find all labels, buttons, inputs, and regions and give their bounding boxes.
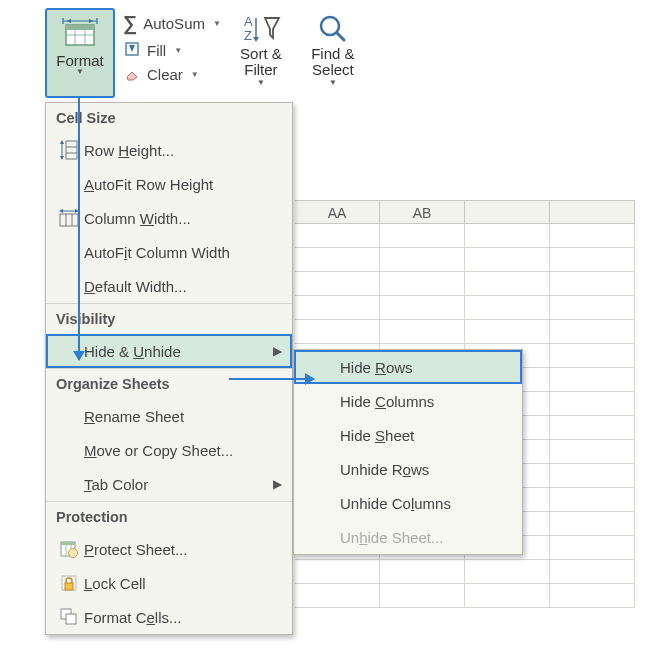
- clear-label: Clear: [147, 66, 183, 83]
- submenu-unhide-sheet-label: Unhide Sheet...: [340, 529, 512, 546]
- submenu-hide-sheet[interactable]: Hide Sheet: [294, 418, 522, 452]
- section-organize-sheets: Organize Sheets: [46, 368, 292, 399]
- menu-lock-cell[interactable]: Lock Cell: [46, 566, 292, 600]
- chevron-down-icon: ▼: [174, 46, 182, 55]
- column-header-ab[interactable]: AB: [380, 201, 465, 223]
- ribbon-mini-group: ∑ AutoSum ▼ Fill ▼ Clear ▼: [123, 8, 221, 98]
- find-select-label: Find &Select: [311, 46, 354, 78]
- fill-label: Fill: [147, 42, 166, 59]
- submenu-hide-columns-label: Hide Columns: [340, 393, 512, 410]
- svg-rect-29: [61, 542, 75, 545]
- menu-autofit-column-width-label: AutoFit Column Width: [84, 244, 282, 261]
- hide-unhide-submenu: Hide Rows Hide Columns Hide Sheet Unhide…: [293, 349, 523, 555]
- column-header-aa[interactable]: AA: [295, 201, 380, 223]
- menu-tab-color[interactable]: Tab Color ▶: [46, 467, 292, 501]
- menu-move-copy-sheet-label: Move or Copy Sheet...: [84, 442, 282, 459]
- svg-marker-5: [67, 19, 71, 23]
- sigma-icon: ∑: [123, 12, 137, 35]
- menu-row-height[interactable]: Row Height...: [46, 133, 292, 167]
- submenu-hide-rows-label: Hide Rows: [340, 359, 512, 376]
- svg-marker-20: [60, 140, 64, 144]
- submenu-arrow-icon: ▶: [273, 477, 282, 491]
- menu-autofit-row-height[interactable]: AutoFit Row Height: [46, 167, 292, 201]
- sort-filter-icon: A Z: [241, 12, 281, 46]
- chevron-down-icon: ▼: [191, 70, 199, 79]
- section-cell-size: Cell Size: [46, 103, 292, 133]
- svg-rect-16: [66, 141, 77, 159]
- magnifier-icon: [313, 12, 353, 46]
- protect-sheet-icon: [54, 539, 84, 559]
- svg-marker-26: [59, 209, 63, 213]
- column-headers[interactable]: AA AB: [295, 200, 635, 224]
- menu-tab-color-label: Tab Color: [84, 476, 273, 493]
- submenu-unhide-rows-label: Unhide Rows: [340, 461, 512, 478]
- lock-icon: [54, 573, 84, 593]
- annotation-arrow-down: [78, 98, 80, 360]
- submenu-hide-columns[interactable]: Hide Columns: [294, 384, 522, 418]
- format-dropdown-menu: Cell Size Row Height... AutoFit Row Heig…: [45, 102, 293, 635]
- svg-marker-21: [60, 156, 64, 160]
- section-visibility: Visibility: [46, 303, 292, 334]
- column-header[interactable]: [465, 201, 550, 223]
- submenu-arrow-icon: ▶: [273, 344, 282, 358]
- submenu-hide-sheet-label: Hide Sheet: [340, 427, 512, 444]
- svg-text:A: A: [244, 14, 253, 29]
- svg-marker-8: [129, 45, 135, 52]
- svg-rect-36: [66, 614, 76, 624]
- menu-protect-sheet[interactable]: Protect Sheet...: [46, 532, 292, 566]
- menu-rename-sheet[interactable]: Rename Sheet: [46, 399, 292, 433]
- menu-rename-sheet-label: Rename Sheet: [84, 408, 282, 425]
- format-icon: [60, 16, 100, 50]
- fill-icon: [123, 41, 141, 59]
- svg-text:Z: Z: [244, 28, 252, 43]
- menu-move-copy-sheet[interactable]: Move or Copy Sheet...: [46, 433, 292, 467]
- format-cells-icon: [54, 607, 84, 627]
- autosum-button[interactable]: ∑ AutoSum ▼: [123, 12, 221, 35]
- svg-rect-1: [66, 25, 94, 30]
- section-protection: Protection: [46, 501, 292, 532]
- svg-marker-9: [127, 72, 137, 80]
- chevron-down-icon: ▼: [257, 78, 265, 87]
- format-button[interactable]: Format ▼: [45, 8, 115, 98]
- menu-autofit-column-width[interactable]: AutoFit Column Width: [46, 235, 292, 269]
- menu-default-width-label: Default Width...: [84, 278, 282, 295]
- submenu-hide-rows[interactable]: Hide Rows: [294, 350, 522, 384]
- clear-button[interactable]: Clear ▼: [123, 65, 221, 83]
- menu-format-cells-label: Format Cells...: [84, 609, 282, 626]
- ribbon-editing-group: Format ▼ ∑ AutoSum ▼ Fill ▼ Clear ▼ A: [45, 8, 365, 98]
- menu-default-width[interactable]: Default Width...: [46, 269, 292, 303]
- sort-filter-label: Sort &Filter: [240, 46, 282, 78]
- svg-marker-6: [89, 19, 93, 23]
- chevron-down-icon: ▼: [76, 67, 84, 76]
- menu-autofit-row-height-label: AutoFit Row Height: [84, 176, 282, 193]
- chevron-down-icon: ▼: [329, 78, 337, 87]
- menu-hide-unhide-label: Hide & Unhide: [84, 343, 273, 360]
- chevron-down-icon: ▼: [213, 19, 221, 28]
- find-select-button[interactable]: Find &Select ▼: [301, 8, 365, 98]
- menu-column-width-label: Column Width...: [84, 210, 282, 227]
- submenu-unhide-rows[interactable]: Unhide Rows: [294, 452, 522, 486]
- fill-button[interactable]: Fill ▼: [123, 41, 221, 59]
- submenu-unhide-columns-label: Unhide Columns: [340, 495, 512, 512]
- menu-format-cells[interactable]: Format Cells...: [46, 600, 292, 634]
- eraser-icon: [123, 65, 141, 83]
- autosum-label: AutoSum: [143, 15, 205, 32]
- submenu-unhide-sheet: Unhide Sheet...: [294, 520, 522, 554]
- svg-line-15: [337, 33, 344, 40]
- svg-rect-22: [60, 214, 78, 226]
- sort-filter-button[interactable]: A Z Sort &Filter ▼: [229, 8, 293, 98]
- svg-rect-34: [65, 583, 73, 590]
- svg-marker-13: [253, 37, 259, 42]
- menu-column-width[interactable]: Column Width...: [46, 201, 292, 235]
- menu-lock-cell-label: Lock Cell: [84, 575, 282, 592]
- menu-row-height-label: Row Height...: [84, 142, 282, 159]
- svg-point-32: [69, 549, 78, 558]
- annotation-arrow-right: [229, 378, 314, 380]
- submenu-unhide-columns[interactable]: Unhide Columns: [294, 486, 522, 520]
- menu-protect-sheet-label: Protect Sheet...: [84, 541, 282, 558]
- column-header[interactable]: [550, 201, 635, 223]
